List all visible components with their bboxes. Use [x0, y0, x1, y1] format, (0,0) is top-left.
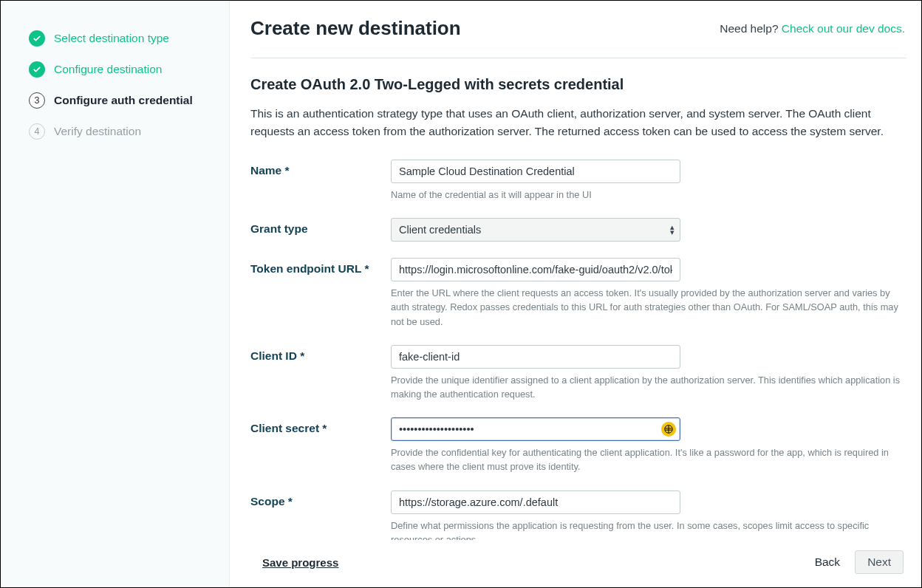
token-url-label: Token endpoint URL * — [250, 258, 391, 276]
scope-helper: Define what permissions the application … — [391, 519, 904, 540]
step-number-badge: 4 — [29, 123, 45, 140]
form-row-client-secret: Client secret * Provide the confidential… — [250, 417, 904, 474]
password-manager-icon[interactable] — [661, 422, 676, 437]
name-input[interactable] — [391, 160, 680, 183]
step-configure-destination[interactable]: Configure destination — [29, 61, 213, 78]
header: Create new destination Need help? Check … — [250, 17, 906, 58]
grant-type-label: Grant type — [250, 218, 391, 236]
section-description: This is an authentication strategy type … — [250, 105, 904, 140]
client-secret-helper: Provide the confidential key for authent… — [391, 445, 904, 474]
step-label: Select destination type — [54, 32, 169, 46]
form-row-name: Name * Name of the credential as it will… — [250, 160, 904, 202]
form-row-client-id: Client ID * Provide the unique identifie… — [250, 345, 904, 401]
token-url-helper: Enter the URL where the client requests … — [391, 286, 904, 329]
step-label: Configure auth credential — [54, 94, 193, 108]
next-button[interactable]: Next — [855, 550, 904, 574]
wizard-steps-list: Select destination type Configure destin… — [29, 30, 213, 140]
form-row-grant-type: Grant type Client credentials ▴▾ — [250, 218, 904, 242]
section-title: Create OAuth 2.0 Two-Legged with secrets… — [250, 76, 904, 93]
wizard-steps-sidebar: Select destination type Configure destin… — [1, 1, 230, 587]
scope-label: Scope * — [250, 490, 391, 508]
form-row-scope: Scope * Define what permissions the appl… — [250, 490, 904, 540]
name-label: Name * — [250, 160, 391, 177]
client-secret-label: Client secret * — [250, 417, 391, 435]
page-title: Create new destination — [250, 17, 461, 40]
name-helper: Name of the credential as it will appear… — [391, 188, 904, 202]
form-row-token-url: Token endpoint URL * Enter the URL where… — [250, 258, 904, 329]
check-icon — [29, 61, 45, 78]
step-label: Configure destination — [54, 63, 163, 77]
form-scroll-area: Create OAuth 2.0 Two-Legged with secrets… — [250, 76, 906, 540]
client-id-helper: Provide the unique identifier assigned t… — [391, 373, 904, 401]
token-url-input[interactable] — [391, 258, 680, 281]
step-label: Verify destination — [54, 125, 141, 139]
client-secret-input[interactable] — [391, 417, 680, 441]
dev-docs-link[interactable]: Check out our dev docs. — [782, 22, 905, 35]
scope-input[interactable] — [391, 490, 680, 514]
grant-type-select[interactable]: Client credentials — [391, 218, 680, 242]
step-number-badge: 3 — [29, 92, 45, 109]
step-configure-auth-credential[interactable]: 3 Configure auth credential — [29, 92, 213, 109]
help-prefix: Need help? — [720, 22, 782, 35]
footer-bar: Save progress Back Next — [250, 540, 906, 577]
back-button[interactable]: Back — [815, 555, 840, 569]
main-panel: Create new destination Need help? Check … — [230, 1, 921, 587]
client-id-input[interactable] — [391, 345, 680, 369]
check-icon — [29, 30, 45, 47]
divider — [250, 58, 906, 58]
step-select-destination-type[interactable]: Select destination type — [29, 30, 213, 47]
help-text: Need help? Check out our dev docs. — [720, 22, 905, 35]
client-id-label: Client ID * — [250, 345, 391, 363]
step-verify-destination[interactable]: 4 Verify destination — [29, 123, 213, 140]
save-progress-button[interactable]: Save progress — [262, 556, 338, 569]
